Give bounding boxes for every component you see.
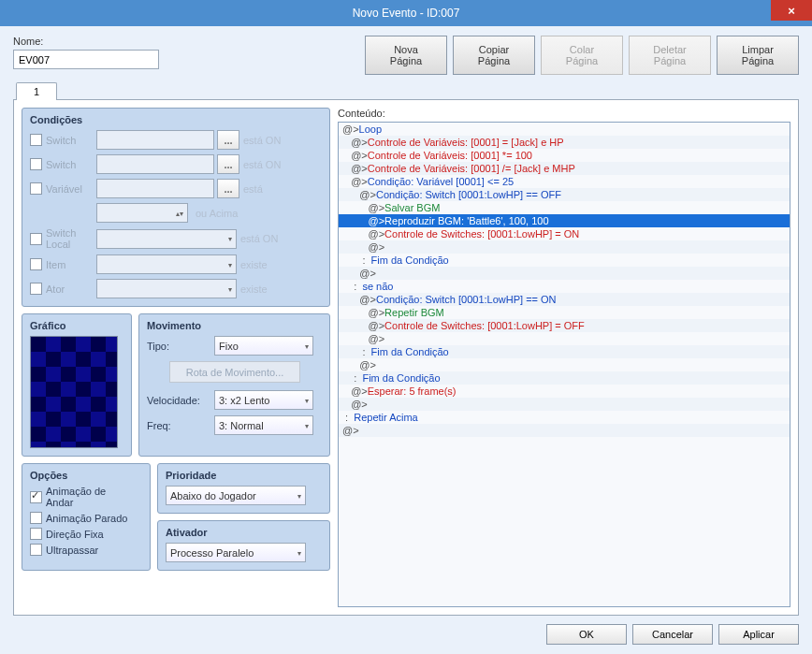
movement-title: Movimento <box>147 320 322 331</box>
variable-browse-button[interactable]: ... <box>217 179 239 198</box>
command-line[interactable]: : se não <box>339 280 790 293</box>
dir-fix-checkbox[interactable] <box>30 528 42 540</box>
self-switch-label: Switch Local <box>46 227 93 250</box>
spinner-icon: ▴▾ <box>176 209 183 217</box>
switch2-browse-button[interactable]: ... <box>217 154 239 174</box>
graphic-title: Gráfico <box>30 320 123 331</box>
command-line[interactable]: @>Repetir BGM <box>339 306 790 319</box>
command-line[interactable]: : Fim da Condição <box>339 371 790 385</box>
switch1-browse-button[interactable]: ... <box>217 130 239 150</box>
command-line[interactable]: @>Loop <box>339 123 790 136</box>
window-title: Novo Evento - ID:007 <box>0 7 812 20</box>
switch1-label: Switch <box>46 135 93 146</box>
stop-anim-checkbox[interactable] <box>30 512 42 524</box>
copy-page-button[interactable]: Copiar Página <box>453 36 535 75</box>
conditions-box: Condições Switch ... está ON Switch ... … <box>22 108 330 307</box>
movement-box: Movimento Tipo: Fixo▾ Rota de Movimento.… <box>138 313 330 457</box>
close-icon: × <box>788 4 795 18</box>
command-line[interactable]: @>Condição: Switch [0001:LowHP] == ON <box>339 293 790 306</box>
switch2-tail: está ON <box>243 159 281 170</box>
command-line[interactable]: @>Controle de Switches: [0001:LowHP] = O… <box>339 319 790 332</box>
item-checkbox[interactable] <box>30 258 42 270</box>
actor-dropdown[interactable]: ▾ <box>96 279 237 298</box>
self-switch-dropdown[interactable]: ▾ <box>96 229 237 249</box>
command-line[interactable]: @>Controle de Variáveis: [0001] = [Jack]… <box>339 136 790 149</box>
command-line[interactable]: : Repetir Acima <box>339 411 790 424</box>
variable-checkbox[interactable] <box>30 182 42 195</box>
item-dropdown[interactable]: ▾ <box>96 254 237 274</box>
ok-button[interactable]: OK <box>546 624 627 645</box>
command-line[interactable]: @>Controle de Variáveis: [0001] /= [Jack… <box>339 162 790 175</box>
move-type-dropdown[interactable]: Fixo▾ <box>214 336 313 356</box>
command-line[interactable]: @> <box>339 332 790 345</box>
through-label: Ultrapassar <box>46 545 98 556</box>
variable-label: Variável <box>46 183 93 195</box>
name-label: Nome: <box>13 36 159 47</box>
command-line[interactable]: @> <box>339 398 790 411</box>
conditions-title: Condições <box>30 114 322 125</box>
command-line[interactable]: @>Controle de Switches: [0001:LowHP] = O… <box>339 227 790 240</box>
command-line[interactable]: @>Condição: Variável [0001] <= 25 <box>339 175 790 188</box>
options-box: Opções Animação de Andar Animação Parado… <box>22 463 151 571</box>
chevron-down-icon: ▾ <box>297 548 301 557</box>
walk-anim-label: Animação de Andar <box>46 486 106 508</box>
content-label: Conteúdo: <box>338 108 790 119</box>
priority-dropdown[interactable]: Abaixo do Jogador▾ <box>166 486 306 505</box>
walk-anim-checkbox[interactable] <box>30 491 42 503</box>
chevron-down-icon: ▾ <box>228 235 232 243</box>
chevron-down-icon: ▾ <box>305 342 309 350</box>
delete-page-button: Deletar Página <box>629 36 711 75</box>
titlebar: Novo Evento - ID:007 × <box>0 0 812 26</box>
apply-button[interactable]: Aplicar <box>718 624 799 645</box>
self-switch-checkbox[interactable] <box>30 233 42 245</box>
variable-value-field[interactable]: ▴▾ <box>96 203 188 223</box>
move-speed-label: Velocidade: <box>147 395 209 406</box>
move-speed-dropdown[interactable]: 3: x2 Lento▾ <box>214 390 313 410</box>
switch2-dropdown[interactable] <box>96 154 214 174</box>
trigger-title: Ativador <box>166 527 322 538</box>
chevron-down-icon: ▾ <box>228 260 232 269</box>
command-line[interactable]: @> <box>339 424 790 437</box>
through-checkbox[interactable] <box>30 544 42 556</box>
chevron-down-icon: ▾ <box>305 396 309 404</box>
close-button[interactable]: × <box>771 0 812 21</box>
move-route-button: Rota de Movimento... <box>169 361 300 383</box>
dir-fix-label: Direção Fixa <box>46 529 104 540</box>
priority-box: Prioridade Abaixo do Jogador▾ <box>157 463 330 514</box>
command-line[interactable]: @>Condição: Switch [0001:LowHP] == OFF <box>339 188 790 201</box>
variable-dropdown[interactable] <box>96 179 214 198</box>
move-freq-label: Freq: <box>147 420 209 431</box>
command-line[interactable]: : Fim da Condição <box>339 254 790 267</box>
cancel-button[interactable]: Cancelar <box>632 624 713 645</box>
graphic-box: Gráfico <box>22 313 132 457</box>
command-line[interactable]: @> <box>339 358 790 371</box>
command-line[interactable]: @> <box>339 267 790 280</box>
command-line[interactable]: @>Controle de Variáveis: [0001] *= 100 <box>339 149 790 162</box>
actor-checkbox[interactable] <box>30 283 42 295</box>
switch1-checkbox[interactable] <box>30 134 42 146</box>
move-freq-dropdown[interactable]: 3: Normal▾ <box>214 415 313 435</box>
trigger-dropdown[interactable]: Processo Paralelo▾ <box>166 543 306 562</box>
command-line[interactable]: @> <box>339 240 790 254</box>
variable-tail: está <box>243 183 263 195</box>
command-line[interactable]: @>Salvar BGM <box>339 201 790 214</box>
event-commands-list[interactable]: @>Loop @>Controle de Variáveis: [0001] =… <box>338 122 790 607</box>
page-tab-1[interactable]: 1 <box>16 82 57 100</box>
switch1-dropdown[interactable] <box>96 130 214 150</box>
clear-page-button[interactable]: Limpar Página <box>717 36 799 75</box>
command-line[interactable]: @>Esperar: 5 frame(s) <box>339 385 790 398</box>
trigger-box: Ativador Processo Paralelo▾ <box>157 520 330 571</box>
name-input[interactable] <box>13 50 159 69</box>
options-title: Opções <box>30 470 142 481</box>
graphic-preview[interactable] <box>30 336 118 448</box>
command-line[interactable]: @>Reproduzir BGM: 'Battle6', 100, 100 <box>339 214 790 227</box>
chevron-down-icon: ▾ <box>228 284 232 293</box>
switch1-tail: está ON <box>243 135 281 146</box>
switch2-label: Switch <box>46 159 93 170</box>
command-line[interactable]: : Fim da Condição <box>339 345 790 358</box>
new-page-button[interactable]: Nova Página <box>365 36 447 75</box>
switch2-checkbox[interactable] <box>30 158 42 170</box>
item-label: Item <box>46 259 93 270</box>
chevron-down-icon: ▾ <box>305 421 309 429</box>
chevron-down-icon: ▾ <box>297 491 301 500</box>
